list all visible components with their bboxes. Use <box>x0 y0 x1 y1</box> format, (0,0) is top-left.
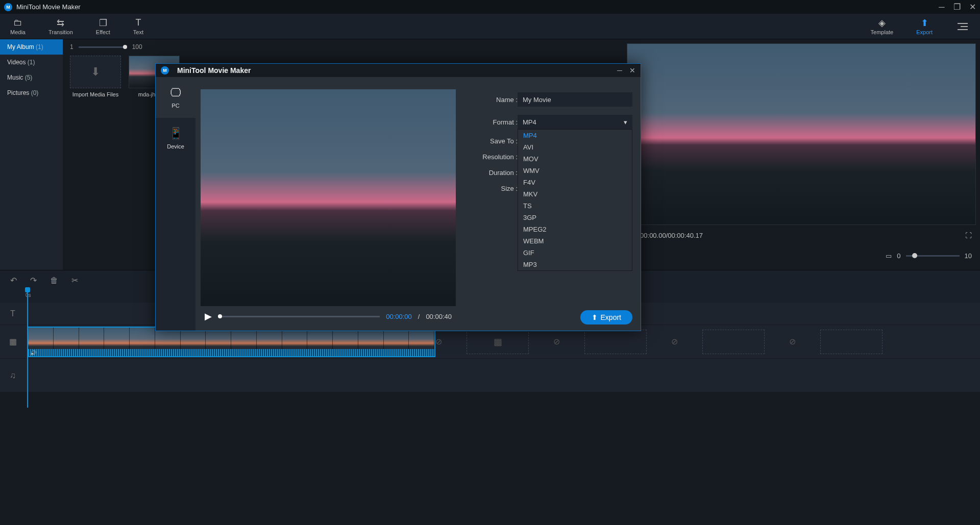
app-title: MiniTool Movie Maker <box>16 3 81 11</box>
transition-label: Transition <box>48 29 73 35</box>
audio-track-icon: ♫ <box>10 371 16 380</box>
empty-clip-slot[interactable] <box>702 330 765 354</box>
export-dialog: M MiniTool Movie Maker ─ ✕ 🖵 PC 📱 Device… <box>155 63 641 331</box>
zoom-min: 1 <box>70 43 74 51</box>
monitor-icon: 🖵 <box>170 86 181 99</box>
empty-clip-slot[interactable] <box>820 330 883 354</box>
transition-link-icon[interactable]: ⊘ <box>553 337 560 346</box>
template-tool[interactable]: ◈ Template <box>871 18 894 35</box>
delete-button[interactable]: 🗑 <box>50 276 58 285</box>
effect-icon: ❐ <box>99 18 107 28</box>
close-button[interactable]: ✕ <box>969 4 976 11</box>
format-option-mpeg2[interactable]: MPEG2 <box>518 223 632 235</box>
format-option-3gp[interactable]: 3GP <box>518 212 632 223</box>
dialog-logo-icon: M <box>161 66 169 74</box>
format-option-f4v[interactable]: F4V <box>518 177 632 188</box>
time-separator: / <box>418 313 420 320</box>
transition-tool[interactable]: ⇆ Transition <box>48 18 73 35</box>
format-option-mp4[interactable]: MP4 <box>518 130 632 141</box>
play-button[interactable]: ▶ <box>205 311 212 322</box>
preview-viewport <box>627 43 976 225</box>
download-icon: ⬇ <box>91 65 100 79</box>
effect-tool[interactable]: ❐ Effect <box>96 18 110 35</box>
speaker-icon: 🔊 <box>30 350 36 356</box>
effect-label: Effect <box>96 29 110 35</box>
ruler-start: 0s <box>26 292 31 298</box>
device-label: Device <box>167 143 184 149</box>
format-option-webm[interactable]: WEBM <box>518 235 632 247</box>
preview-progress-slider[interactable] <box>218 316 380 317</box>
dialog-title: MiniTool Movie Maker <box>177 66 251 74</box>
transition-link-icon[interactable]: ⊘ <box>671 337 678 346</box>
format-option-mp3[interactable]: MP3 <box>518 259 632 270</box>
dialog-titlebar: M MiniTool Movie Maker ─ ✕ <box>156 64 641 77</box>
format-dropdown: MP4 AVI MOV WMV F4V MKV TS 3GP MPEG2 WEB… <box>518 129 632 271</box>
export-tool[interactable]: ⬆ Export <box>916 18 933 35</box>
dialog-minimize-button[interactable]: ─ <box>617 66 622 74</box>
media-tool[interactable]: 🗀 Media <box>10 18 26 35</box>
sidebar-item-music[interactable]: Music (5) <box>0 70 63 85</box>
template-icon: ◈ <box>878 18 886 28</box>
device-icon: 📱 <box>169 127 183 140</box>
format-option-gif[interactable]: GIF <box>518 247 632 259</box>
zoom-max: 100 <box>132 43 142 51</box>
resolution-label: Resolution : <box>469 153 518 161</box>
text-track-icon: T <box>10 309 15 318</box>
dialog-close-button[interactable]: ✕ <box>629 66 635 74</box>
empty-clip-slot[interactable] <box>584 330 647 354</box>
upload-icon: ⬆ <box>592 313 598 321</box>
media-icon: 🗀 <box>13 18 22 28</box>
split-button[interactable]: ✂ <box>71 276 78 285</box>
saveto-label: Save To : <box>469 137 518 145</box>
text-label: Text <box>133 29 143 35</box>
text-tool[interactable]: T Text <box>133 18 143 35</box>
preview-time: 00:00:00.00/00:00:40.17 <box>631 232 703 239</box>
preview-pane: 00:00:00.00/00:00:40.17 ⛶ ▭ 0 10 <box>623 39 980 270</box>
audio-track[interactable]: ♫ <box>0 359 980 392</box>
main-toolbar: 🗀 Media ⇆ Transition ❐ Effect T Text ◈ T… <box>0 14 980 39</box>
aspect-icon[interactable]: ▭ <box>886 252 892 260</box>
pc-label: PC <box>172 103 179 109</box>
duration-label: Duration : <box>469 169 518 177</box>
redo-button[interactable]: ↷ <box>30 276 37 285</box>
preview-zoom-slider[interactable] <box>906 255 960 257</box>
current-time: 00:00:00 <box>386 313 412 320</box>
maximize-button[interactable]: ❐ <box>953 4 961 11</box>
export-button[interactable]: ⬆ Export <box>580 310 632 324</box>
app-logo-icon: M <box>4 3 12 11</box>
undo-button[interactable]: ↶ <box>10 276 17 285</box>
format-value: MP4 <box>523 118 536 126</box>
template-label: Template <box>871 29 894 35</box>
export-preview-image <box>201 89 456 306</box>
export-btn-label: Export <box>601 313 621 321</box>
sidebar-item-pictures[interactable]: Pictures (0) <box>0 85 63 101</box>
export-target-tabs: 🖵 PC 📱 Device <box>156 77 195 331</box>
format-option-wmv[interactable]: WMV <box>518 165 632 177</box>
thumbnail-zoom-slider[interactable] <box>79 46 127 48</box>
size-label: Size : <box>469 185 518 192</box>
export-icon: ⬆ <box>921 18 928 28</box>
export-target-device[interactable]: 📱 Device <box>156 118 195 159</box>
minimize-button[interactable]: ─ <box>938 4 945 11</box>
import-media-button[interactable]: ⬇ <box>70 56 121 88</box>
fullscreen-icon[interactable]: ⛶ <box>965 232 972 239</box>
duration-time: 00:00:40 <box>426 313 452 320</box>
empty-clip-slot[interactable]: ▦ <box>467 330 529 354</box>
transition-link-icon[interactable]: ⊘ <box>789 337 796 346</box>
export-preview: ▶ 00:00:00 / 00:00:40 <box>195 77 461 331</box>
video-track-icon: ▦ <box>9 337 17 346</box>
format-option-mkv[interactable]: MKV <box>518 188 632 200</box>
menu-button[interactable] <box>955 21 970 32</box>
format-select[interactable]: MP4 ▾ <box>518 115 632 129</box>
name-input[interactable] <box>518 92 632 107</box>
format-option-mov[interactable]: MOV <box>518 153 632 165</box>
sidebar-item-my-album[interactable]: My Album (1) <box>0 39 63 55</box>
transition-link-icon[interactable]: ⊘ <box>435 337 442 346</box>
sidebar-item-videos[interactable]: Videos (1) <box>0 55 63 70</box>
media-label: Media <box>10 29 26 35</box>
format-option-ts[interactable]: TS <box>518 200 632 212</box>
format-option-avi[interactable]: AVI <box>518 141 632 153</box>
export-target-pc[interactable]: 🖵 PC <box>156 77 195 118</box>
export-form: Name : Format : MP4 ▾ MP4 AVI MOV WMV F4… <box>461 77 641 331</box>
name-label: Name : <box>469 96 518 104</box>
